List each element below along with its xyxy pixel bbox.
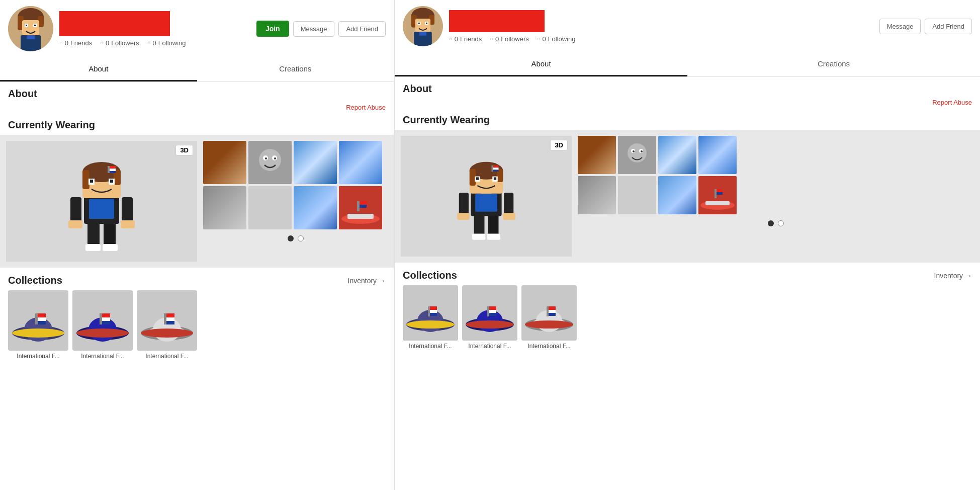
svg-rect-106 <box>493 168 499 170</box>
followers-stat-right: ○ 0 Followers <box>490 35 529 43</box>
left-panel: ○ 0 Friends ○ 0 Followers ○ 0 Following … <box>0 0 394 490</box>
collection-item-1-right[interactable]: International F... <box>403 285 458 350</box>
svg-rect-107 <box>493 170 499 172</box>
friends-icon-left: ○ <box>59 40 63 46</box>
add-friend-button-right[interactable]: Add Friend <box>925 19 972 34</box>
svg-rect-24 <box>82 170 90 189</box>
followers-stat-left: ○ 0 Followers <box>100 39 139 47</box>
svg-rect-53 <box>38 313 46 317</box>
right-panel: ○ 0 Friends ○ 0 Followers ○ 0 Following … <box>395 0 980 490</box>
avatar-left <box>8 6 53 51</box>
item-thumb-hat-right[interactable] <box>698 176 737 214</box>
svg-rect-63 <box>102 317 110 321</box>
collection-item-1-left[interactable]: International F... <box>8 290 68 360</box>
dot-inactive-right[interactable] <box>778 220 784 226</box>
collections-title-left: Collections <box>8 275 62 286</box>
svg-rect-46 <box>360 205 367 208</box>
btn-3d-left[interactable]: 3D <box>175 145 193 155</box>
following-count-right: 0 <box>542 35 546 43</box>
svg-rect-128 <box>430 310 437 313</box>
svg-point-125 <box>406 320 455 329</box>
items-grid-right <box>578 136 974 257</box>
collection-thumb-1-right <box>403 285 458 341</box>
following-stat-right: ○ 0 Following <box>537 35 576 43</box>
profile-header-right: ○ 0 Friends ○ 0 Followers ○ 0 Following … <box>395 0 980 52</box>
collection-thumb-1-left <box>8 290 68 351</box>
svg-rect-28 <box>90 180 93 183</box>
inventory-link-left[interactable]: Inventory → <box>348 277 386 285</box>
following-count-left: 0 <box>152 39 156 47</box>
wearing-title-left: Currently Wearing <box>0 115 394 135</box>
collection-thumb-2-left <box>72 290 133 351</box>
collection-item-2-right[interactable]: International F... <box>462 285 517 350</box>
friends-label-left: Friends <box>70 39 92 47</box>
item-thumb-scarf-left[interactable] <box>203 186 246 229</box>
join-button-left[interactable]: Join <box>256 21 289 37</box>
item-thumb-bluechk1-right[interactable] <box>658 136 696 174</box>
add-friend-button-left[interactable]: Add Friend <box>338 21 386 37</box>
report-abuse-left[interactable]: Report Abuse <box>0 102 394 115</box>
message-button-left[interactable]: Message <box>293 21 335 37</box>
svg-rect-32 <box>110 169 116 171</box>
item-thumb-blue2-right[interactable] <box>698 136 737 174</box>
dots-row-right <box>578 216 974 228</box>
svg-rect-70 <box>164 313 166 324</box>
actions-row-right: Message Add Friend <box>879 19 972 34</box>
svg-rect-135 <box>487 306 489 316</box>
svg-rect-18 <box>122 197 133 222</box>
collection-item-3-right[interactable]: International F... <box>521 285 577 350</box>
svg-rect-86 <box>488 214 499 236</box>
svg-point-39 <box>274 157 276 159</box>
svg-rect-137 <box>489 310 496 313</box>
svg-rect-105 <box>493 166 499 168</box>
item-thumb-hat-left[interactable] <box>339 186 382 229</box>
svg-rect-8 <box>34 25 36 26</box>
about-title-right: About <box>395 77 980 97</box>
inventory-link-right[interactable]: Inventory → <box>934 272 972 280</box>
avatar-right <box>403 6 443 46</box>
svg-rect-92 <box>504 193 513 215</box>
followers-label-left: Followers <box>111 39 139 47</box>
svg-rect-30 <box>108 166 110 173</box>
btn-3d-right[interactable]: 3D <box>550 140 568 150</box>
item-thumb-scarf-right[interactable] <box>578 176 616 214</box>
report-abuse-right[interactable]: Report Abuse <box>395 97 980 110</box>
item-thumb-face-left[interactable] <box>248 141 292 184</box>
svg-rect-147 <box>549 313 556 316</box>
item-thumb-drape-left[interactable] <box>294 186 337 229</box>
dot-active-right[interactable] <box>768 220 774 226</box>
tab-creations-right[interactable]: Creations <box>687 52 980 76</box>
item-thumb-drape-right[interactable] <box>658 176 696 214</box>
svg-rect-54 <box>38 317 46 321</box>
svg-rect-52 <box>35 313 38 324</box>
svg-point-69 <box>141 329 193 338</box>
item-thumb-hair-left[interactable] <box>203 141 246 184</box>
collection-item-2-left[interactable]: International F... <box>72 290 133 360</box>
svg-rect-20 <box>121 220 135 228</box>
model-viewer-right: 3D <box>401 136 572 257</box>
item-thumb-face-right[interactable] <box>618 136 656 174</box>
friends-stat-right: ○ 0 Friends <box>449 35 482 43</box>
tab-creations-left[interactable]: Creations <box>197 57 394 81</box>
svg-rect-14 <box>103 244 118 251</box>
tab-about-left[interactable]: About <box>0 57 197 81</box>
item-thumb-blue2-left[interactable] <box>339 141 382 184</box>
message-button-right[interactable]: Message <box>879 19 921 34</box>
svg-rect-64 <box>102 321 110 324</box>
collections-row-right: International F... International F... <box>395 285 980 358</box>
dot-active-left[interactable] <box>288 235 294 241</box>
username-banner-left <box>59 11 170 36</box>
tab-about-right[interactable]: About <box>395 52 687 76</box>
item-thumb-scaffold-left[interactable] <box>248 186 292 229</box>
item-thumb-bluechk1-left[interactable] <box>294 141 337 184</box>
dots-row-left <box>203 231 388 243</box>
dot-inactive-left[interactable] <box>298 235 304 241</box>
svg-rect-119 <box>717 189 723 192</box>
svg-rect-102 <box>476 177 479 180</box>
item-thumb-scaffold-right[interactable] <box>618 176 656 214</box>
actions-row-left: Join Message Add Friend <box>256 21 386 37</box>
username-block-right: ○ 0 Friends ○ 0 Followers ○ 0 Following <box>449 10 873 43</box>
tabs-left: About Creations <box>0 57 394 82</box>
item-thumb-hair-right[interactable] <box>578 136 616 174</box>
collection-item-3-left[interactable]: International F... <box>137 290 197 360</box>
